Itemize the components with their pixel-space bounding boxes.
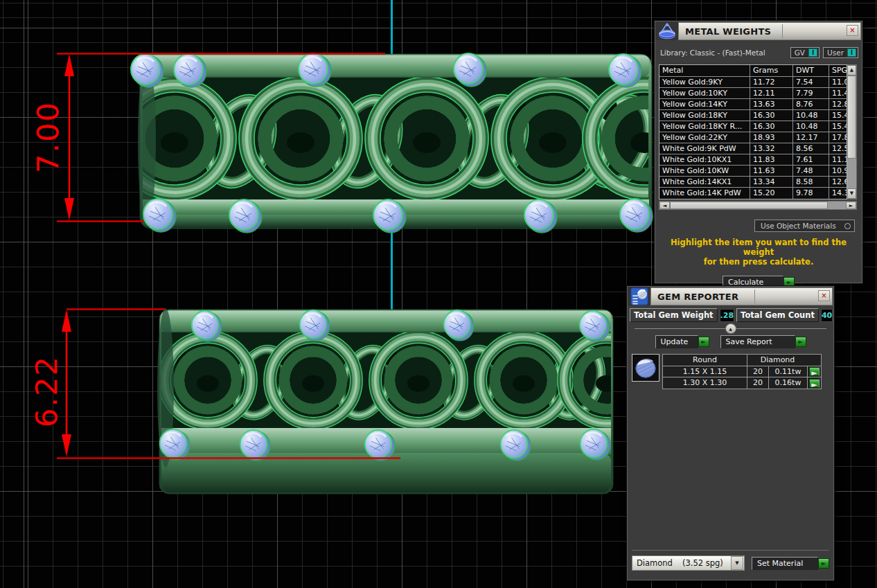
col-dwt: DWT (793, 65, 829, 76)
gem-reporter-titlebar[interactable]: GEM REPORTER × (628, 287, 833, 305)
gem-row[interactable]: 1.15 X 1.15 20 0.11tw ► (663, 366, 821, 377)
gv-indicator-icon[interactable]: I (808, 48, 817, 57)
radio-icon (844, 223, 851, 229)
total-gem-weight-value: .28 (720, 309, 735, 322)
material-spg: (3.52 spg) (682, 558, 723, 568)
material-dropdown[interactable]: Diamond (3.52 spg) ▼ (632, 555, 745, 571)
play-icon[interactable]: ► (809, 379, 820, 388)
close-icon[interactable]: × (847, 25, 858, 36)
metal-weights-title-bar[interactable]: METAL WEIGHTS × (678, 22, 861, 40)
use-object-materials-button[interactable]: Use Object Materials (754, 220, 855, 232)
gem-type-header: Diamond (747, 355, 808, 366)
gem-reporter-title: GEM REPORTER (651, 292, 738, 302)
play-icon[interactable]: ► (809, 367, 820, 376)
scroll-down-icon[interactable]: ▼ (847, 188, 856, 199)
table-row[interactable]: Yellow Gold:14KY13.638.7612.88 (659, 99, 847, 110)
scroll-left-icon[interactable]: ◄ (659, 202, 670, 209)
horizontal-scrollbar[interactable]: ◄ ► (659, 201, 857, 210)
use-object-materials-label: Use Object Materials (761, 222, 836, 230)
close-icon[interactable]: × (818, 290, 830, 301)
table-row[interactable]: Yellow Gold:9KY11.727.5411.08 (659, 77, 847, 88)
instruction-text: Highlight the item you want to find the … (655, 238, 862, 267)
col-metal: Metal (659, 65, 750, 76)
gv-toggle[interactable]: GV I (790, 47, 820, 58)
instruction-line-2: for then press calculate. (655, 257, 862, 267)
vertical-scrollbar[interactable]: ▲ ▼ (847, 64, 857, 199)
set-material-label: Set Material (752, 557, 818, 570)
vertical-scroll-thumb[interactable] (847, 75, 856, 159)
collapse-divider: ▲ (635, 323, 826, 334)
gem-row[interactable]: 1.30 X 1.30 20 0.16tw ► (663, 377, 821, 389)
titlebar-divider (754, 289, 755, 303)
table-row[interactable]: Yellow Gold:10KY12.117.7911.43 (659, 88, 847, 99)
table-row[interactable]: White Gold:14KX113.348.5812.61 (659, 177, 847, 188)
metal-table-header: Metal Grams DWT SPG (659, 65, 847, 77)
col-spg: SPG (829, 65, 847, 76)
table-row[interactable]: Yellow Gold:18KY R...16.3010.4815.41 (659, 121, 847, 132)
metal-weights-panel: METAL WEIGHTS × Library: Classic - (Fast… (655, 21, 862, 283)
dimension-label-top: 7.00 (30, 101, 65, 173)
set-material-button[interactable]: Set Material ► (752, 557, 829, 570)
material-selected: Diamond (637, 558, 673, 568)
library-label: Library: Classic - (Fast)-Metal (660, 48, 765, 57)
gem-table: Round Diamond 1.15 X 1.15 20 0.11tw ► 1.… (662, 354, 822, 389)
round-gem-icon (634, 356, 657, 380)
table-row[interactable]: White Gold:9K PdW13.328.5612.59 (659, 143, 847, 154)
dimension-label-bottom: 6.22 (29, 355, 64, 427)
update-label: Update (655, 335, 698, 348)
total-gem-count-value: 40 (821, 309, 833, 322)
cad-viewport[interactable]: 7.00 6.22 METAL WEIGHTS (0, 0, 877, 588)
metal-weights-titlebar[interactable]: METAL WEIGHTS × (655, 21, 862, 40)
save-report-button[interactable]: Save Report ► (720, 335, 806, 348)
total-gem-count-label: Total Gem Count (736, 308, 819, 322)
scroll-up-icon[interactable]: ▲ (847, 65, 856, 75)
titlebar-divider (782, 24, 783, 38)
col-grams: Grams (750, 65, 793, 76)
play-icon[interactable]: ► (818, 558, 829, 569)
table-row[interactable]: Yellow Gold:22KY18.9312.1717.89 (659, 132, 847, 143)
gv-label: GV (795, 48, 805, 57)
gem-shape-header: Round (663, 355, 747, 366)
user-toggle[interactable]: User I (823, 47, 858, 58)
play-icon[interactable]: ► (698, 337, 709, 347)
table-row[interactable]: White Gold:14K PdW15.209.7814.37 (659, 188, 847, 199)
gem-thumbnail[interactable] (632, 354, 659, 382)
user-indicator-icon[interactable]: I (847, 48, 856, 57)
chevron-down-icon[interactable]: ▼ (731, 556, 743, 570)
instruction-line-1: Highlight the item you want to find the … (655, 238, 862, 257)
user-label: User (827, 48, 844, 57)
table-row[interactable]: White Gold:10KW11.637.4810.99 (659, 166, 847, 177)
collapse-up-icon[interactable]: ▲ (725, 323, 736, 334)
gem-reporter-title-bar[interactable]: GEM REPORTER × (650, 287, 833, 305)
scroll-right-icon[interactable]: ► (846, 202, 856, 209)
horizontal-scroll-thumb[interactable] (670, 202, 828, 209)
ring-model-bottom (157, 308, 699, 494)
save-report-label: Save Report (720, 335, 795, 348)
table-row[interactable]: Yellow Gold:18KY16.3010.4815.41 (659, 110, 847, 121)
balance-scale-icon (655, 21, 678, 40)
update-button[interactable]: Update ► (655, 335, 709, 348)
total-gem-weight-label: Total Gem Weight (630, 308, 718, 322)
metal-weights-title: METAL WEIGHTS (679, 26, 771, 37)
gem-reporter-panel: GEM REPORTER × Total Gem Weight .28 Tota… (627, 286, 834, 580)
gem-table-header: Round Diamond (663, 355, 821, 366)
table-row[interactable]: White Gold:10KX111.837.6111.18 (659, 154, 847, 166)
play-icon[interactable]: ► (795, 337, 806, 347)
gem-report-icon (628, 287, 650, 305)
metal-weights-table: Metal Grams DWT SPG Yellow Gold:9KY11.72… (659, 64, 847, 199)
